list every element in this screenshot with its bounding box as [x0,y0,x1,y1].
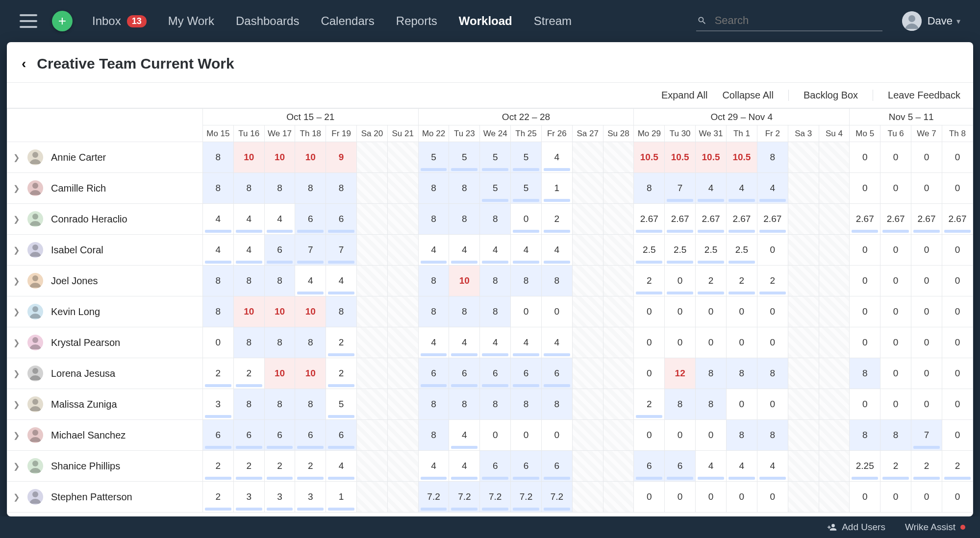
workload-cell[interactable]: 0 [880,266,911,296]
workload-cell[interactable]: 2.67 [696,204,727,235]
workload-cell[interactable] [819,204,850,235]
workload-cell[interactable] [387,389,418,420]
workload-cell[interactable]: 2 [942,451,973,482]
workload-cell[interactable]: 8 [480,296,511,327]
workload-cell[interactable]: 0 [665,420,696,451]
workload-cell[interactable]: 10 [295,358,326,389]
workload-cell[interactable] [819,482,850,513]
workload-cell[interactable]: 0 [726,327,757,358]
nav-calendars[interactable]: Calendars [321,14,374,28]
nav-reports[interactable]: Reports [396,14,437,28]
workload-cell[interactable]: 4 [541,235,572,266]
workload-cell[interactable]: 4 [418,235,449,266]
workload-cell[interactable]: 2 [757,266,788,296]
workload-cell[interactable]: 0 [911,389,942,420]
workload-cell[interactable]: 8 [480,389,511,420]
workload-cell[interactable] [788,296,819,327]
workload-cell[interactable] [357,296,388,327]
workload-cell[interactable]: 2.67 [634,204,665,235]
workload-cell[interactable] [819,389,850,420]
workload-cell[interactable]: 0 [880,482,911,513]
workload-cell[interactable]: 0 [850,266,880,296]
workload-cell[interactable]: 8 [295,173,326,204]
workload-cell[interactable]: 8 [418,420,449,451]
workload-cell[interactable]: 6 [326,204,357,235]
workload-cell[interactable] [819,296,850,327]
workload-cell[interactable] [357,482,388,513]
expand-icon[interactable]: ❯ [13,431,20,440]
workload-cell[interactable]: 0 [696,482,727,513]
expand-icon[interactable]: ❯ [13,307,20,317]
workload-cell[interactable]: 4 [203,204,234,235]
workload-cell[interactable] [357,235,388,266]
workload-cell[interactable]: 8 [264,173,295,204]
workload-cell[interactable]: 8 [295,327,326,358]
workload-cell[interactable]: 5 [511,142,542,173]
workload-cell[interactable]: 6 [511,451,542,482]
workload-cell[interactable] [387,327,418,358]
workload-cell[interactable]: 8 [449,389,480,420]
workload-cell[interactable]: 0 [911,296,942,327]
workload-cell[interactable]: 6 [665,451,696,482]
workload-cell[interactable]: 4 [203,235,234,266]
workload-cell[interactable]: 0 [911,358,942,389]
workload-cell[interactable]: 6 [264,420,295,451]
workload-cell[interactable]: 8 [449,204,480,235]
workload-cell[interactable] [387,482,418,513]
workload-cell[interactable]: 7 [911,420,942,451]
workload-cell[interactable] [572,389,603,420]
workload-cell[interactable]: 3 [264,482,295,513]
workload-cell[interactable]: 0 [541,296,572,327]
workload-cell[interactable] [357,451,388,482]
workload-cell[interactable]: 8 [511,266,542,296]
workload-cell[interactable]: 4 [449,420,480,451]
workload-cell[interactable]: 2 [634,389,665,420]
workload-cell[interactable]: 10.5 [696,142,727,173]
workload-cell[interactable]: 7 [665,173,696,204]
nav-stream[interactable]: Stream [534,14,572,28]
workload-cell[interactable]: 0 [511,204,542,235]
workload-cell[interactable]: 6 [634,451,665,482]
workload-cell[interactable]: 5 [480,142,511,173]
workload-cell[interactable]: 0 [696,420,727,451]
workload-cell[interactable]: 10 [295,142,326,173]
workload-cell[interactable] [603,451,634,482]
workload-cell[interactable]: 0 [942,482,973,513]
workload-cell[interactable]: 2 [696,266,727,296]
workload-cell[interactable]: 4 [418,327,449,358]
workload-cell[interactable]: 7 [295,235,326,266]
workload-cell[interactable] [572,327,603,358]
workload-cell[interactable] [572,451,603,482]
workload-cell[interactable]: 6 [449,358,480,389]
workload-cell[interactable]: 6 [418,358,449,389]
workload-cell[interactable]: 0 [880,235,911,266]
workload-cell[interactable] [387,266,418,296]
expand-all-button[interactable]: Expand All [661,90,708,101]
workload-cell[interactable]: 8 [696,389,727,420]
person-cell[interactable]: ❯ Isabel Coral [7,235,203,266]
workload-cell[interactable]: 10 [449,266,480,296]
workload-cell[interactable]: 2.5 [665,235,696,266]
workload-cell[interactable] [572,296,603,327]
workload-cell[interactable]: 4 [757,173,788,204]
workload-cell[interactable]: 2 [911,451,942,482]
person-cell[interactable]: ❯ Conrado Heraclio [7,204,203,235]
expand-icon[interactable]: ❯ [13,215,20,224]
workload-cell[interactable]: 8 [233,266,264,296]
workload-cell[interactable] [603,420,634,451]
workload-cell[interactable]: 0 [757,389,788,420]
workload-cell[interactable]: 8 [418,296,449,327]
workload-cell[interactable]: 2.67 [665,204,696,235]
workload-cell[interactable] [357,420,388,451]
workload-cell[interactable] [387,204,418,235]
workload-cell[interactable]: 6 [541,451,572,482]
workload-cell[interactable] [357,327,388,358]
workload-cell[interactable]: 2 [634,266,665,296]
workload-cell[interactable]: 0 [634,327,665,358]
workload-cell[interactable] [788,451,819,482]
expand-icon[interactable]: ❯ [13,492,20,502]
workload-cell[interactable]: 0 [942,266,973,296]
workload-cell[interactable]: 7.2 [418,482,449,513]
workload-cell[interactable]: 8 [295,389,326,420]
workload-cell[interactable]: 0 [850,296,880,327]
